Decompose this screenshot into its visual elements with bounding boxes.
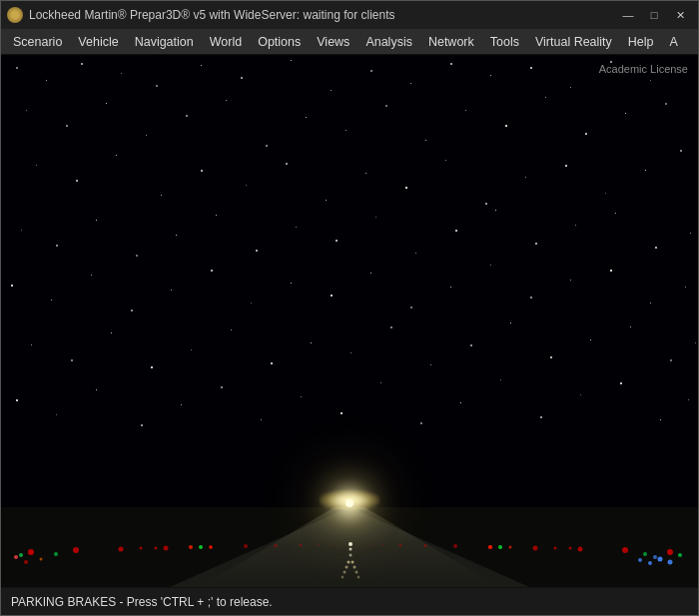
star bbox=[605, 193, 606, 194]
svg-point-8 bbox=[318, 544, 320, 546]
star bbox=[136, 255, 138, 257]
sky-scene: Academic License bbox=[1, 55, 698, 587]
star bbox=[36, 165, 37, 166]
star bbox=[570, 87, 571, 88]
star bbox=[266, 145, 268, 147]
menu-bar: ScenarioVehicleNavigationWorldOptionsVie… bbox=[1, 29, 698, 55]
star bbox=[291, 60, 292, 61]
star bbox=[505, 125, 507, 127]
star bbox=[341, 412, 343, 414]
svg-point-18 bbox=[381, 544, 383, 546]
star bbox=[425, 140, 426, 141]
close-button[interactable]: ✕ bbox=[668, 6, 692, 24]
maximize-button[interactable]: □ bbox=[642, 6, 666, 24]
star bbox=[16, 67, 18, 69]
star bbox=[91, 275, 92, 276]
star bbox=[301, 396, 302, 397]
svg-point-11 bbox=[622, 547, 628, 553]
svg-point-31 bbox=[653, 555, 657, 559]
svg-point-1 bbox=[73, 547, 79, 553]
star bbox=[470, 344, 472, 346]
star bbox=[116, 155, 117, 156]
academic-license-text: Academic License bbox=[599, 63, 688, 75]
runway-scene bbox=[1, 447, 698, 587]
title-bar-text: Lockheed Martin® Prepar3D® v5 with WideS… bbox=[29, 8, 616, 22]
star bbox=[306, 117, 307, 118]
main-viewport: Academic License bbox=[1, 55, 698, 587]
svg-point-26 bbox=[643, 552, 647, 556]
menu-item-tools[interactable]: Tools bbox=[482, 32, 527, 52]
menu-item-navigation[interactable]: Navigation bbox=[127, 32, 202, 52]
minimize-button[interactable]: — bbox=[616, 6, 640, 24]
title-bar: Lockheed Martin® Prepar3D® v5 with WideS… bbox=[1, 1, 698, 29]
star bbox=[460, 402, 461, 403]
menu-item-help[interactable]: Help bbox=[620, 32, 662, 52]
star bbox=[615, 213, 616, 214]
menu-item-world[interactable]: World bbox=[202, 32, 250, 52]
star bbox=[630, 326, 631, 327]
menu-item-analysis[interactable]: Analysis bbox=[357, 32, 420, 52]
star bbox=[650, 303, 651, 304]
star bbox=[455, 230, 457, 232]
star bbox=[570, 280, 571, 281]
star bbox=[575, 225, 576, 226]
star bbox=[226, 100, 227, 101]
star bbox=[450, 287, 451, 288]
star bbox=[26, 110, 27, 111]
svg-point-25 bbox=[678, 553, 682, 557]
star bbox=[171, 290, 172, 291]
star bbox=[51, 300, 52, 301]
menu-item-views[interactable]: Views bbox=[309, 32, 357, 52]
svg-point-28 bbox=[668, 560, 673, 565]
star bbox=[365, 173, 366, 174]
svg-point-50 bbox=[155, 547, 158, 550]
svg-point-9 bbox=[330, 543, 332, 545]
star bbox=[331, 90, 332, 91]
star bbox=[216, 215, 217, 216]
status-message: PARKING BRAKES - Press 'CTRL + ;' to rel… bbox=[11, 595, 273, 609]
star bbox=[251, 303, 252, 304]
svg-point-27 bbox=[658, 557, 663, 562]
star bbox=[106, 103, 107, 104]
svg-point-36 bbox=[351, 561, 354, 564]
star bbox=[530, 67, 532, 69]
runway-lights-svg bbox=[1, 467, 698, 587]
star bbox=[660, 419, 661, 420]
star bbox=[326, 200, 327, 201]
star bbox=[565, 165, 567, 167]
svg-point-0 bbox=[28, 549, 34, 555]
menu-item-vr[interactable]: Virtual Reality bbox=[527, 32, 620, 52]
star bbox=[111, 332, 112, 333]
svg-point-46 bbox=[488, 545, 492, 549]
menu-item-scenario[interactable]: Scenario bbox=[5, 32, 70, 52]
star bbox=[96, 220, 97, 221]
star bbox=[66, 125, 68, 127]
star bbox=[485, 203, 487, 205]
star bbox=[620, 382, 622, 384]
star bbox=[346, 130, 347, 131]
star bbox=[500, 379, 501, 380]
star bbox=[271, 362, 273, 364]
svg-point-32 bbox=[14, 555, 18, 559]
menu-item-a[interactable]: A bbox=[662, 32, 686, 52]
star bbox=[121, 73, 122, 74]
menu-item-options[interactable]: Options bbox=[250, 32, 309, 52]
star bbox=[161, 195, 162, 196]
svg-point-45 bbox=[210, 546, 213, 549]
star bbox=[56, 245, 58, 247]
star bbox=[650, 80, 651, 81]
star bbox=[96, 389, 97, 390]
star bbox=[665, 103, 667, 105]
star bbox=[261, 419, 262, 420]
svg-point-3 bbox=[164, 546, 169, 551]
star bbox=[695, 342, 696, 343]
application-window: Lockheed Martin® Prepar3D® v5 with WideS… bbox=[0, 0, 699, 616]
star bbox=[625, 113, 626, 114]
star bbox=[370, 70, 372, 72]
star bbox=[445, 160, 446, 161]
menu-item-vehicle[interactable]: Vehicle bbox=[70, 32, 126, 52]
svg-point-7 bbox=[300, 544, 303, 547]
star bbox=[415, 253, 416, 254]
menu-item-network[interactable]: Network bbox=[420, 32, 482, 52]
star bbox=[380, 382, 381, 383]
